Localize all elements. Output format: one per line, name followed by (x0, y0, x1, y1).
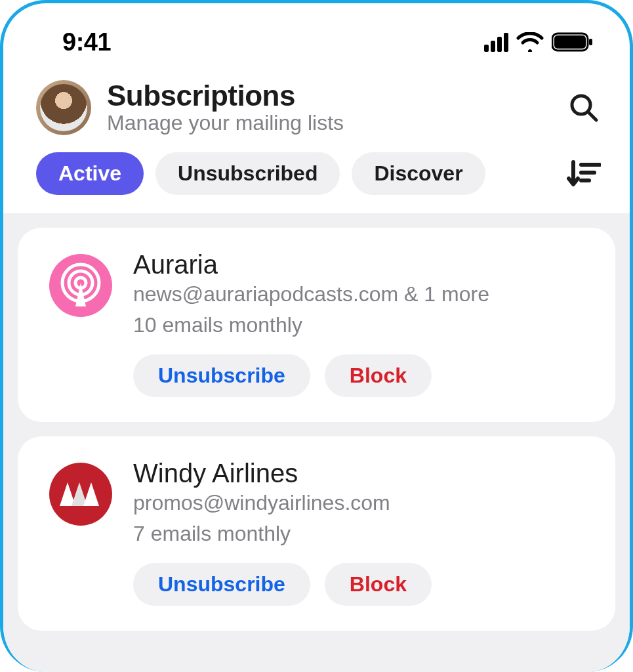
sort-button[interactable] (565, 156, 602, 192)
svg-rect-2 (589, 39, 592, 45)
windy-logo-icon (56, 469, 106, 519)
sender-name: Auraria (133, 250, 593, 280)
block-button[interactable]: Block (325, 563, 432, 606)
battery-icon (552, 32, 594, 52)
subscription-list: Auraria news@aurariapodcasts.com & 1 mor… (3, 213, 630, 672)
unsubscribe-button[interactable]: Unsubscribe (133, 354, 310, 397)
tab-active[interactable]: Active (36, 152, 144, 195)
sender-frequency: 7 emails monthly (133, 522, 593, 546)
page-title: Subscriptions (107, 79, 550, 112)
cellular-icon (484, 33, 508, 52)
svg-line-4 (588, 112, 596, 120)
svg-rect-1 (554, 35, 586, 49)
sender-email: news@aurariapodcasts.com & 1 more (133, 282, 593, 306)
sort-icon (567, 159, 601, 188)
card-actions: Unsubscribe Block (133, 563, 593, 606)
app-frame: 9:41 Subscriptions Manage your mailing l… (0, 0, 633, 672)
card-actions: Unsubscribe Block (133, 354, 593, 397)
tab-unsubscribed[interactable]: Unsubscribed (155, 152, 340, 195)
page-header: Subscriptions Manage your mailing lists (3, 62, 630, 144)
search-icon (568, 92, 600, 123)
subscription-card[interactable]: Windy Airlines promos@windyairlines.com … (18, 436, 615, 631)
unsubscribe-button[interactable]: Unsubscribe (133, 563, 310, 606)
sender-block: Windy Airlines promos@windyairlines.com … (133, 459, 593, 606)
sender-block: Auraria news@aurariapodcasts.com & 1 mor… (133, 250, 593, 397)
subscription-card[interactable]: Auraria news@aurariapodcasts.com & 1 mor… (18, 228, 615, 422)
tabs-row: Active Unsubscribed Discover (3, 144, 630, 213)
sender-email: promos@windyairlines.com (133, 491, 593, 515)
sender-frequency: 10 emails monthly (133, 313, 593, 337)
avatar[interactable] (36, 80, 91, 135)
sender-name: Windy Airlines (133, 459, 593, 488)
status-bar: 9:41 (3, 3, 630, 62)
sender-icon-auraria (49, 254, 112, 317)
podcast-icon (56, 261, 106, 310)
status-icons (484, 32, 594, 52)
sender-icon-windy (49, 463, 112, 526)
search-button[interactable] (565, 89, 602, 126)
page-subtitle: Manage your mailing lists (107, 111, 550, 135)
block-button[interactable]: Block (325, 354, 432, 397)
tab-discover[interactable]: Discover (352, 152, 485, 195)
wifi-icon (516, 32, 544, 52)
status-time: 9:41 (62, 28, 111, 56)
title-block: Subscriptions Manage your mailing lists (107, 79, 550, 135)
